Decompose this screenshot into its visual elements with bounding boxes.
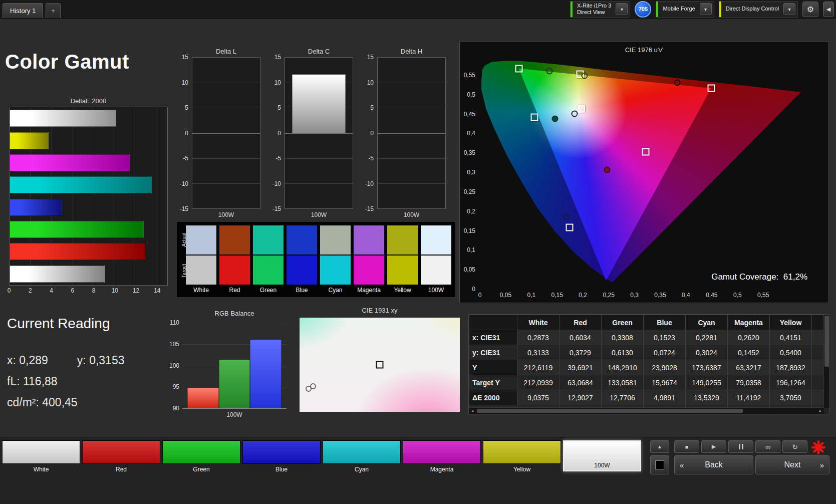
table-cell: 0,3308 — [602, 330, 644, 345]
pattern-patch-red[interactable]: Red — [82, 440, 160, 473]
table-horizontal-scrollbar-thumb[interactable] — [477, 409, 743, 413]
table-corner-header — [469, 315, 517, 330]
blank-pattern-button[interactable] — [650, 455, 669, 474]
meter-label: X-Rite i1Pro 3 Direct View — [573, 3, 616, 16]
cie-measured-green — [546, 68, 552, 75]
settings-gear-button[interactable]: ⚙ — [802, 2, 818, 17]
table-col-header: Magenta — [728, 315, 770, 330]
chevron-down-icon[interactable]: ▾ — [616, 3, 628, 15]
actual-target-swatch-strip: Actual Target WhiteRedGreenBlueCyanMagen… — [177, 222, 455, 297]
pattern-patch-swatch — [403, 440, 481, 464]
pattern-patch-label: Red — [82, 466, 160, 473]
meter-dropdown[interactable]: X-Rite i1Pro 3 Direct View ▾ — [570, 1, 630, 18]
pattern-patch-swatch — [483, 440, 561, 464]
table-cell: 39,6921 — [560, 360, 602, 375]
next-button[interactable]: Next » — [755, 455, 829, 474]
source-dropdown[interactable]: Mobile Forge ▾ — [656, 1, 714, 18]
current-reading: Current Reading x: 0,289 y: 0,3153 fL: 1… — [7, 316, 124, 417]
table-row: Target Y212,093963,0684133,058115,967414… — [469, 375, 830, 390]
reading-y: y: 0,3153 — [77, 354, 125, 367]
chevron-down-icon[interactable]: ▾ — [783, 3, 795, 15]
meter-name: X-Rite i1Pro 3 — [577, 3, 611, 9]
swatch-column-yellow: Yellow — [387, 225, 418, 294]
table-cell: 0,1452 — [728, 345, 770, 360]
add-tab-button[interactable]: + — [46, 3, 61, 18]
deltae-x-axis: 02468101214 — [9, 287, 168, 296]
collapse-panel-button[interactable]: ◀ — [823, 2, 834, 17]
pattern-patch-label: 100W — [563, 462, 641, 469]
pattern-patch-swatch — [323, 440, 401, 464]
swatch-label-cyan: Cyan — [320, 287, 351, 294]
results-table: WhiteRedGreenBlueCyanMagentaYellow100W x… — [469, 315, 830, 414]
table-cell: 0,2873 — [517, 330, 560, 345]
cie-1976-panel: CIE 1976 u'v' 0,550,50,450,40,350,30,250… — [459, 42, 829, 303]
refresh-button[interactable]: ↻ — [782, 440, 807, 453]
table-cell: 133,0581 — [602, 375, 644, 390]
delta-c-bar — [292, 74, 346, 133]
rgb-y-axis: 1101051009590 — [165, 323, 182, 408]
swatch-column-100w: 100W — [421, 225, 451, 294]
deltae-bar-white — [10, 266, 105, 283]
stop-button[interactable]: ■ — [674, 440, 699, 453]
swatch-actual-blue — [287, 225, 317, 255]
play-button[interactable]: ▶ — [701, 440, 726, 453]
swatch-actual-cyan — [320, 225, 351, 255]
pattern-patch-white[interactable]: White — [2, 440, 80, 473]
swatch-columns: WhiteRedGreenBlueCyanMagentaYellow100W — [186, 225, 451, 294]
cie-target-red — [707, 85, 715, 92]
scroll-right-icon[interactable]: ▸ — [817, 408, 824, 413]
table-cell: 212,0939 — [517, 375, 560, 390]
pattern-patch-green[interactable]: Green — [162, 440, 240, 473]
history-tab[interactable]: History 1 — [3, 3, 43, 18]
swatch-target-100w — [421, 256, 451, 285]
table-cell: 0,3729 — [560, 345, 602, 360]
delta-h-plot — [377, 57, 446, 209]
pattern-patch-100w[interactable]: 100W — [563, 440, 641, 471]
cie-1931-title: CIE 1931 xy — [300, 307, 460, 315]
pattern-patch-cyan[interactable]: Cyan — [323, 440, 401, 473]
display-control-dropdown[interactable]: Direct Display Control ▾ — [719, 1, 798, 18]
scroll-left-icon[interactable]: ◂ — [469, 408, 476, 413]
chevron-down-icon[interactable]: ▾ — [700, 3, 712, 15]
table-cell: 0,2620 — [728, 330, 770, 345]
measurement-count-badge[interactable]: 705 — [635, 1, 651, 18]
table-cell: 12,9027 — [560, 390, 602, 405]
next-chevron-icon: » — [820, 461, 824, 469]
continuous-measure-button[interactable]: ∞ — [755, 440, 780, 453]
pattern-patch-yellow[interactable]: Yellow — [483, 440, 561, 473]
busy-asterisk-icon — [809, 438, 827, 456]
table-vertical-scrollbar[interactable] — [823, 315, 829, 408]
source-label: Mobile Forge — [658, 6, 699, 12]
pattern-patch-label: White — [2, 466, 80, 473]
pattern-patch-magenta[interactable]: Magenta — [403, 440, 481, 473]
swatch-target-green — [253, 256, 284, 285]
table-col-header: Red — [560, 315, 602, 330]
page-title: Color Gamut — [5, 51, 129, 73]
pause-button[interactable] — [728, 440, 753, 453]
back-button[interactable]: « Back — [674, 455, 753, 474]
swatch-target-blue — [287, 256, 317, 285]
table-col-header: Cyan — [686, 315, 728, 330]
pattern-patch-swatch — [162, 440, 240, 464]
table-vertical-scrollbar-thumb[interactable] — [824, 316, 829, 367]
table-cell: 23,9028 — [644, 360, 686, 375]
swatch-column-red: Red — [219, 225, 250, 294]
swatch-column-green: Green — [253, 225, 284, 294]
deltae-bar-blue — [10, 199, 62, 216]
table-cell: 212,6119 — [517, 360, 560, 375]
reading-x: x: 0,289 — [7, 354, 48, 367]
next-button-label: Next — [784, 460, 801, 469]
swatch-column-cyan: Cyan — [320, 225, 351, 294]
delta-c-plot — [285, 57, 353, 209]
table-row-label: x: CIE31 — [469, 330, 517, 345]
table-col-header: White — [517, 315, 560, 330]
table-col-header: Yellow — [770, 315, 812, 330]
table-horizontal-scrollbar[interactable]: ◂ ▸ — [469, 407, 824, 414]
table-cell: 63,0684 — [560, 375, 602, 390]
pattern-up-button[interactable]: ▲ — [650, 440, 669, 453]
table-row-label: y: CIE31 — [469, 345, 517, 360]
table-cell: 3,7059 — [770, 390, 812, 405]
pattern-patch-blue[interactable]: Blue — [242, 440, 321, 473]
table-cell: 4,9891 — [644, 390, 686, 405]
gear-icon: ⚙ — [807, 5, 814, 14]
